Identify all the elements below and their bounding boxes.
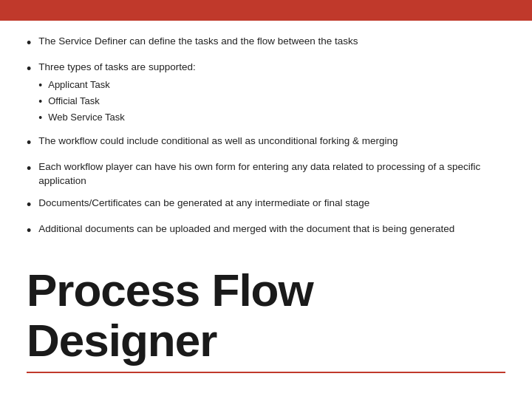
bullet-item-1: The Service Definer can define the tasks… xyxy=(27,34,505,52)
sub-bullet-item-2: Official Task xyxy=(38,94,505,109)
bullet-item-4: Each workflow player can have his own fo… xyxy=(27,160,505,188)
bullet-item-3: The workflow could include conditional a… xyxy=(27,134,505,152)
bullet-text-4: Each workflow player can have his own fo… xyxy=(38,160,505,188)
main-bullet-list: The Service Definer can define the tasks… xyxy=(27,34,505,240)
process-flow-designer-title: Process Flow Designer xyxy=(27,265,505,366)
top-bar xyxy=(0,0,532,21)
sub-bullet-item-1: Applicant Task xyxy=(38,78,505,93)
bullet-text-2: Three types of tasks are supported: Appl… xyxy=(38,60,505,126)
bullet-text-2-label: Three types of tasks are supported: xyxy=(38,61,195,72)
sub-bullet-text-1: Applicant Task xyxy=(48,78,110,92)
slide-container: The Service Definer can define the tasks… xyxy=(0,0,532,399)
bottom-title-section: Process Flow Designer xyxy=(0,265,532,366)
sub-bullet-list: Applicant Task Official Task Web Service… xyxy=(38,78,505,126)
sub-bullet-text-2: Official Task xyxy=(48,94,100,109)
bullet-text-1: The Service Definer can define the tasks… xyxy=(38,34,505,49)
content-area: The Service Definer can define the tasks… xyxy=(0,21,532,255)
bullet-text-6: Additional documents can be uploaded and… xyxy=(38,222,505,236)
bullet-item-6: Additional documents can be uploaded and… xyxy=(27,222,505,240)
bullet-item-5: Documents/Certificates can be generated … xyxy=(27,196,505,214)
sub-bullet-text-3: Web Service Task xyxy=(48,110,125,125)
sub-bullet-item-3: Web Service Task xyxy=(38,110,505,126)
bullet-text-5: Documents/Certificates can be generated … xyxy=(38,196,505,211)
bullet-text-3: The workflow could include conditional a… xyxy=(38,134,505,149)
bullet-item-2: Three types of tasks are supported: Appl… xyxy=(27,60,505,126)
bottom-rule xyxy=(27,372,505,373)
